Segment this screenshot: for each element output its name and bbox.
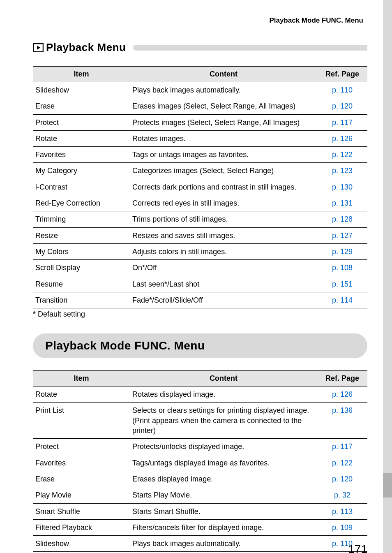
cell-content: Protects/unlocks displayed image. bbox=[130, 439, 317, 455]
cell-ref-link[interactable]: p. 130 bbox=[317, 179, 367, 195]
section-title-2: Playback Mode FUNC. Menu bbox=[45, 339, 205, 352]
cell-content: Protects images (Select, Select Range, A… bbox=[130, 114, 317, 130]
cell-item: Resize bbox=[33, 227, 130, 243]
cell-content: Corrects red eyes in still images. bbox=[130, 195, 317, 211]
table-row: EraseErases displayed image.p. 120 bbox=[33, 471, 367, 487]
table-row: i-ContrastCorrects dark portions and con… bbox=[33, 179, 367, 195]
cell-item: Slideshow bbox=[33, 82, 130, 98]
col-item: Item bbox=[33, 67, 130, 82]
cell-item: Transition bbox=[33, 292, 130, 308]
play-icon bbox=[33, 43, 44, 52]
cell-content: Tags or untags images as favorites. bbox=[130, 147, 317, 163]
cell-ref-link[interactable]: p. 108 bbox=[317, 260, 367, 276]
table-row: SlideshowPlays back images automatically… bbox=[33, 82, 367, 98]
cell-ref-link[interactable]: p. 117 bbox=[317, 439, 367, 455]
cell-content: Starts Smart Shuffle. bbox=[130, 503, 317, 519]
page-header: Playback Mode FUNC. Menu bbox=[33, 16, 367, 25]
cell-ref-link[interactable]: p. 122 bbox=[317, 147, 367, 163]
cell-ref-link[interactable]: p. 129 bbox=[317, 243, 367, 259]
side-bar bbox=[383, 0, 392, 553]
cell-item: Protect bbox=[33, 114, 130, 130]
cell-content: Rotates displayed image. bbox=[130, 386, 317, 403]
func-menu-table: Item Content Ref. Page RotateRotates dis… bbox=[33, 370, 367, 553]
cell-ref-link[interactable]: p. 32 bbox=[317, 487, 367, 503]
cell-item: Play Movie bbox=[33, 487, 130, 503]
cell-item: Print List bbox=[33, 403, 130, 439]
cell-content: Plays back images automatically. bbox=[130, 82, 317, 98]
cell-ref-link[interactable]: p. 126 bbox=[317, 386, 367, 403]
cell-ref-link[interactable]: p. 120 bbox=[317, 471, 367, 487]
cell-item: Erase bbox=[33, 98, 130, 114]
cell-item: Red-Eye Correction bbox=[33, 195, 130, 211]
table-row: My ColorsAdjusts colors in still images.… bbox=[33, 243, 367, 259]
cell-ref-link[interactable]: p. 131 bbox=[317, 195, 367, 211]
table-row: RotateRotates displayed image.p. 126 bbox=[33, 386, 367, 403]
table-row: ProtectProtects/unlocks displayed image.… bbox=[33, 439, 367, 455]
cell-item: Protect bbox=[33, 439, 130, 455]
cell-item: Scroll Display bbox=[33, 260, 130, 276]
col-content: Content bbox=[130, 67, 317, 82]
cell-item: Resume bbox=[33, 276, 130, 292]
cell-content: Starts Play Movie. bbox=[130, 487, 317, 503]
cell-ref-link[interactable]: p. 117 bbox=[317, 114, 367, 130]
cell-item: My Category bbox=[33, 163, 130, 179]
col-item-2: Item bbox=[33, 371, 130, 386]
cell-content: Adjusts colors in still images. bbox=[130, 243, 317, 259]
cell-ref-link[interactable]: p. 122 bbox=[317, 455, 367, 471]
cell-content: Fade*/Scroll/Slide/Off bbox=[130, 292, 317, 308]
section-title: Playback Menu bbox=[46, 41, 126, 54]
table-row: Filtered PlaybackFilters/cancels filter … bbox=[33, 519, 367, 535]
col-content-2: Content bbox=[130, 371, 317, 386]
table-row: RotateRotates images.p. 126 bbox=[33, 130, 367, 146]
cell-item: Rotate bbox=[33, 130, 130, 146]
footnote: * Default setting bbox=[33, 310, 367, 319]
cell-content: On*/Off bbox=[130, 260, 317, 276]
table-row: Smart ShuffleStarts Smart Shuffle.p. 113 bbox=[33, 503, 367, 519]
cell-ref-link[interactable]: p. 113 bbox=[317, 503, 367, 519]
cell-content: Last seen*/Last shot bbox=[130, 276, 317, 292]
cell-content: Tags/untags displayed image as favorites… bbox=[130, 455, 317, 471]
cell-ref-link[interactable]: p. 123 bbox=[317, 163, 367, 179]
cell-content: Filters/cancels filter for displayed ima… bbox=[130, 519, 317, 535]
cell-content: Erases images (Select, Select Range, All… bbox=[130, 98, 317, 114]
cell-ref-link[interactable]: p. 120 bbox=[317, 98, 367, 114]
table-row: Play MovieStarts Play Movie.p. 32 bbox=[33, 487, 367, 503]
col-ref: Ref. Page bbox=[317, 67, 367, 82]
cell-content: Corrects dark portions and contrast in s… bbox=[130, 179, 317, 195]
cell-ref-link[interactable]: p. 127 bbox=[317, 227, 367, 243]
cell-ref-link[interactable]: p. 136 bbox=[317, 403, 367, 439]
cell-item: Rotate bbox=[33, 386, 130, 403]
table-row: FavoritesTags or untags images as favori… bbox=[33, 147, 367, 163]
cell-content: Plays back images automatically. bbox=[130, 536, 317, 552]
cell-ref-link[interactable]: p. 126 bbox=[317, 130, 367, 146]
table-row: Print ListSelects or clears settings for… bbox=[33, 403, 367, 439]
table-row: Red-Eye CorrectionCorrects red eyes in s… bbox=[33, 195, 367, 211]
cell-ref-link[interactable]: p. 109 bbox=[317, 519, 367, 535]
cell-content: Selects or clears settings for printing … bbox=[130, 403, 317, 439]
table-row: ProtectProtects images (Select, Select R… bbox=[33, 114, 367, 130]
cell-item: i-Contrast bbox=[33, 179, 130, 195]
cell-item: Slideshow bbox=[33, 536, 130, 552]
cell-ref-link[interactable]: p. 151 bbox=[317, 276, 367, 292]
table-row: EraseErases images (Select, Select Range… bbox=[33, 98, 367, 114]
cell-item: My Colors bbox=[33, 243, 130, 259]
table-row: ResizeResizes and saves still images.p. … bbox=[33, 227, 367, 243]
table-row: SlideshowPlays back images automatically… bbox=[33, 536, 367, 552]
section-playback-menu: Playback Menu bbox=[33, 41, 367, 54]
cell-ref-link[interactable]: p. 128 bbox=[317, 211, 367, 227]
section-func-menu: Playback Mode FUNC. Menu bbox=[33, 333, 367, 358]
playback-menu-table: Item Content Ref. Page SlideshowPlays ba… bbox=[33, 66, 367, 308]
cell-item: Filtered Playback bbox=[33, 519, 130, 535]
cell-item: Erase bbox=[33, 471, 130, 487]
cell-ref-link[interactable]: p. 110 bbox=[317, 82, 367, 98]
cell-item: Favorites bbox=[33, 147, 130, 163]
table-row: TrimmingTrims portions of still images.p… bbox=[33, 211, 367, 227]
cell-item: Favorites bbox=[33, 455, 130, 471]
cell-ref-link[interactable]: p. 114 bbox=[317, 292, 367, 308]
table-row: FavoritesTags/untags displayed image as … bbox=[33, 455, 367, 471]
col-ref-2: Ref. Page bbox=[317, 371, 367, 386]
table-row: TransitionFade*/Scroll/Slide/Offp. 114 bbox=[33, 292, 367, 308]
cell-content: Resizes and saves still images. bbox=[130, 227, 317, 243]
svg-marker-1 bbox=[37, 46, 40, 50]
cell-content: Categorizes images (Select, Select Range… bbox=[130, 163, 317, 179]
